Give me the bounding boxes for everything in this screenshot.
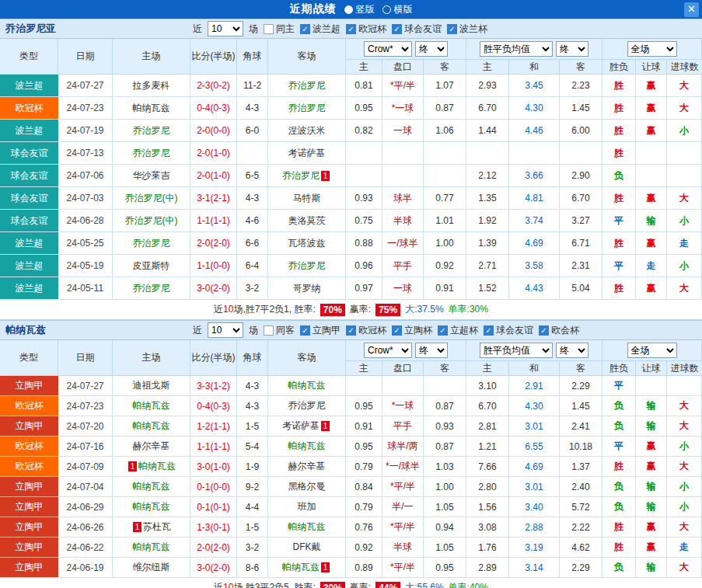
col-handicap-result: 让球 (636, 361, 667, 376)
away-odds: 1.00 (424, 232, 466, 255)
home-team[interactable]: 华沙莱吉 (113, 165, 190, 187)
odds-time-select[interactable]: 终 (415, 41, 448, 57)
layout-radio-horizontal[interactable]: 横版 (382, 3, 413, 16)
table-row: 波兰超24-07-27拉多麦科2-3(0-2)11-2乔治罗尼0.81*平/半1… (0, 75, 702, 97)
home-team[interactable]: 乔治罗尼 (113, 232, 190, 255)
avg-time-select[interactable]: 终 (556, 343, 588, 358)
home-team[interactable]: 帕纳瓦兹 (113, 497, 190, 517)
home-team[interactable]: 拉多麦科 (113, 75, 190, 97)
home-team[interactable]: 皮亚斯特 (113, 255, 190, 277)
fulltime-select[interactable]: 全场 (627, 343, 677, 358)
match-count-select[interactable]: 10 (208, 21, 243, 37)
away-team[interactable]: 帕纳瓦兹 (268, 376, 346, 396)
home-team[interactable]: 乔治罗尼 (113, 277, 190, 300)
away-team[interactable]: 帕纳瓦兹1 (268, 558, 346, 578)
league-filter-checkbox[interactable]: ✓立陶杯 (392, 324, 432, 337)
match-count-select[interactable]: 10 (208, 322, 243, 338)
home-team[interactable]: 帕纳瓦兹 (113, 538, 190, 558)
corner-count: 6-4 (237, 255, 268, 277)
result-handicap: 赢 (636, 187, 667, 210)
league-filter-checkbox[interactable]: ✓球会友谊 (392, 23, 442, 36)
league-badge: 立陶甲 (0, 477, 58, 497)
same-away-checkbox[interactable]: 同客 (264, 324, 295, 337)
home-team[interactable]: 帕纳瓦兹 (113, 416, 190, 437)
league-filter-checkbox[interactable]: ✓球会友谊 (484, 324, 533, 337)
away-team[interactable]: DFK戴 (268, 538, 346, 558)
away-team-name: 马特斯 (293, 192, 321, 205)
col-date: 日期 (58, 340, 113, 376)
away-team[interactable]: 乔治罗尼 (268, 396, 346, 416)
home-team[interactable]: 1苏杜瓦 (113, 517, 190, 538)
result-handicap: 赢 (636, 232, 667, 255)
home-team[interactable]: 赫尔辛基 (113, 437, 190, 457)
league-badge: 球会友谊 (0, 142, 58, 165)
away-team[interactable]: 乔治罗尼1 (268, 165, 346, 187)
away-team[interactable]: 赫尔辛基 (268, 457, 346, 477)
fulltime-select[interactable]: 全场 (627, 41, 677, 57)
table-row: 欧冠杯24-07-23帕纳瓦兹0-4(0-3)4-3乔治罗尼0.95*一球0.8… (0, 396, 702, 416)
league-badge: 立陶甲 (0, 497, 58, 517)
layout-radio-vertical[interactable]: 竖版 (344, 3, 375, 16)
league-filter-checkbox[interactable]: ✓立超杯 (438, 324, 478, 337)
away-team[interactable]: 帕纳瓦兹 (268, 437, 346, 457)
col-avg-away: 客 (560, 60, 602, 75)
away-team[interactable]: 瓦塔波兹 (268, 232, 346, 255)
away-team[interactable]: 黑格尔曼 (268, 477, 346, 497)
home-team[interactable]: 1帕纳瓦兹 (113, 457, 190, 477)
league-filter-checkbox[interactable]: ✓波兰超 (300, 23, 341, 36)
away-team[interactable]: 乔治罗尼 (268, 75, 346, 97)
match-date: 24-07-27 (58, 75, 113, 97)
avg-draw-odds: 4.81 (509, 187, 560, 210)
league-filter-checkbox[interactable]: ✓欧会杯 (539, 324, 579, 337)
handicap-line: *一球 (382, 396, 424, 416)
away-team[interactable]: 考诺萨基 (268, 142, 346, 165)
away-team[interactable]: 哥罗纳 (268, 277, 346, 300)
league-filter-checkbox[interactable]: ✓欧冠杯 (346, 23, 386, 36)
away-odds: 1.05 (424, 538, 466, 558)
home-team[interactable]: 帕纳瓦兹 (113, 477, 190, 497)
away-team[interactable]: 考诺萨基1 (268, 416, 346, 437)
home-team[interactable]: 乔治罗尼 (113, 120, 190, 142)
away-team-name: 帕纳瓦兹 (288, 379, 326, 392)
home-team[interactable]: 帕纳瓦兹 (113, 396, 190, 416)
away-team[interactable]: 乔治罗尼 (268, 255, 346, 277)
home-odds: 0.79 (346, 497, 382, 517)
match-date: 24-07-06 (58, 165, 113, 187)
away-team[interactable]: 奥洛莫茨 (268, 210, 346, 232)
avg-odds-select[interactable]: 胜平负均值 (480, 343, 553, 358)
away-odds: 0.95 (424, 558, 466, 578)
avg-odds-select[interactable]: 胜平负均值 (480, 41, 553, 57)
home-team[interactable]: 帕纳瓦兹 (113, 97, 190, 120)
home-odds (346, 376, 382, 396)
same-home-checkbox[interactable]: 同主 (264, 23, 295, 36)
corner-count (237, 142, 268, 165)
home-team[interactable]: 乔治罗尼 (113, 142, 190, 165)
home-team[interactable]: 维尔纽斯 (113, 558, 190, 578)
league-filter-checkbox[interactable]: ✓波兰杯 (447, 23, 487, 36)
away-team[interactable]: 乔治罗尼 (268, 97, 346, 120)
away-team[interactable]: 班加 (268, 497, 346, 517)
col-avg-home: 主 (466, 361, 509, 376)
avg-draw-odds (509, 142, 560, 165)
home-team[interactable]: 乔治罗尼(中) (113, 210, 190, 232)
away-team[interactable]: 帕纳瓦兹 (268, 517, 346, 538)
league-filter-checkbox[interactable]: ✓立陶甲 (300, 324, 341, 337)
handicap-line (382, 142, 424, 165)
odds-source-select[interactable]: Crow* (364, 343, 412, 358)
odds-source-select[interactable]: Crow* (364, 41, 412, 57)
home-team[interactable]: 乔治罗尼(中) (113, 187, 190, 210)
result-handicap (636, 376, 667, 396)
match-date: 24-05-25 (58, 232, 113, 255)
col-avg-home: 主 (466, 60, 509, 75)
corner-count: 5-4 (237, 437, 268, 457)
odds-time-select[interactable]: 终 (415, 343, 448, 358)
win-rate-badge: 30% (320, 582, 345, 588)
close-icon[interactable]: ✕ (684, 2, 699, 17)
league-filter-checkbox[interactable]: ✓欧冠杯 (346, 324, 386, 337)
away-team[interactable]: 涅波沃米 (268, 120, 346, 142)
away-team[interactable]: 马特斯 (268, 187, 346, 210)
away-odds: 1.06 (424, 120, 466, 142)
avg-time-select[interactable]: 终 (556, 41, 588, 57)
league-badge: 波兰超 (0, 120, 58, 142)
home-team[interactable]: 迪祖戈斯 (113, 376, 190, 396)
